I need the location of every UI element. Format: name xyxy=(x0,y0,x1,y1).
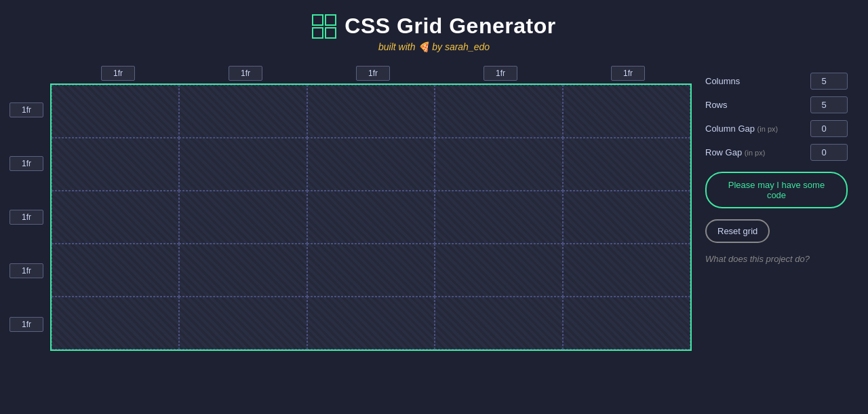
grid-cell[interactable] xyxy=(179,297,307,350)
grid-cell[interactable] xyxy=(563,297,690,350)
subtitle-text: built with xyxy=(378,41,415,52)
col-label-1 xyxy=(182,66,309,81)
row-label-1 xyxy=(7,137,46,191)
svg-rect-0 xyxy=(313,15,323,25)
controls-panel: Columns Rows Column Gap (in px) Row Gap … xyxy=(692,66,854,351)
col-label-2 xyxy=(309,66,437,81)
grid-cell[interactable] xyxy=(435,138,562,191)
svg-rect-2 xyxy=(313,28,323,38)
column-gap-row: Column Gap (in px) xyxy=(705,120,848,137)
row-fr-input-4[interactable] xyxy=(9,317,43,332)
grid-cell[interactable] xyxy=(179,138,307,191)
grid-cell[interactable] xyxy=(563,244,690,297)
grid-cell[interactable] xyxy=(435,297,562,350)
grid-cell[interactable] xyxy=(307,191,435,244)
grid-cell[interactable] xyxy=(52,85,179,138)
grid-cell[interactable] xyxy=(563,138,690,191)
col-label-3 xyxy=(437,66,564,81)
grid-cell[interactable] xyxy=(52,191,179,244)
grid-cell[interactable] xyxy=(435,191,562,244)
control-group: Columns Rows Column Gap (in px) Row Gap … xyxy=(705,73,848,161)
subtitle: built with 🍕 by sarah_edo xyxy=(0,41,868,52)
grid-cell[interactable] xyxy=(435,244,562,297)
row-label-4 xyxy=(7,297,46,351)
col-fr-input-4[interactable] xyxy=(611,66,645,81)
row-fr-input-3[interactable] xyxy=(9,263,43,278)
css-grid xyxy=(52,85,690,350)
row-label-2 xyxy=(7,191,46,244)
grid-cell[interactable] xyxy=(179,244,307,297)
grid-wrapper xyxy=(7,66,692,351)
column-gap-input[interactable] xyxy=(810,120,848,137)
columns-input[interactable] xyxy=(810,73,848,90)
grid-cell[interactable] xyxy=(52,244,179,297)
grid-cell[interactable] xyxy=(307,85,435,138)
grid-cell[interactable] xyxy=(435,85,562,138)
app-title: CSS Grid Generator xyxy=(344,14,555,39)
grid-cell[interactable] xyxy=(563,85,690,138)
grid-container xyxy=(50,83,692,351)
grid-cell[interactable] xyxy=(179,85,307,138)
grid-cell[interactable] xyxy=(52,297,179,350)
grid-cell[interactable] xyxy=(563,191,690,244)
row-label-3 xyxy=(7,244,46,297)
what-does-link[interactable]: What does this project do? xyxy=(705,254,848,264)
col-fr-input-1[interactable] xyxy=(229,66,262,81)
grid-with-row-labels xyxy=(7,83,692,351)
col-fr-input-0[interactable] xyxy=(101,66,135,81)
grid-cell[interactable] xyxy=(307,138,435,191)
row-gap-input[interactable] xyxy=(810,144,848,161)
col-label-0 xyxy=(54,66,182,81)
row-gap-label: Row Gap (in px) xyxy=(705,147,765,157)
col-labels-row xyxy=(54,66,692,81)
svg-rect-1 xyxy=(326,15,336,25)
grid-cell[interactable] xyxy=(179,191,307,244)
row-fr-input-1[interactable] xyxy=(9,156,43,171)
row-fr-input-0[interactable] xyxy=(9,102,43,117)
column-gap-label: Column Gap (in px) xyxy=(705,124,778,134)
rows-row: Rows xyxy=(705,96,848,113)
rows-input[interactable] xyxy=(810,96,848,113)
col-fr-input-3[interactable] xyxy=(484,66,517,81)
grid-cell[interactable] xyxy=(307,297,435,350)
row-gap-row: Row Gap (in px) xyxy=(705,144,848,161)
grid-cell[interactable] xyxy=(307,244,435,297)
columns-row: Columns xyxy=(705,73,848,90)
main-area: Columns Rows Column Gap (in px) Row Gap … xyxy=(0,59,868,358)
subtitle-author: by sarah_edo xyxy=(432,41,490,52)
row-label-0 xyxy=(7,83,46,137)
rows-label: Rows xyxy=(705,100,728,110)
columns-label: Columns xyxy=(705,76,740,86)
grid-logo-icon xyxy=(312,14,336,39)
subtitle-emoji: 🍕 xyxy=(418,41,432,52)
get-code-button[interactable]: Please may I have some code xyxy=(705,172,848,208)
reset-grid-button[interactable]: Reset grid xyxy=(705,219,770,243)
app-header: CSS Grid Generator built with 🍕 by sarah… xyxy=(0,0,868,59)
svg-rect-3 xyxy=(326,28,336,38)
row-fr-input-2[interactable] xyxy=(9,210,43,225)
row-labels-col xyxy=(7,83,46,351)
col-label-4 xyxy=(564,66,692,81)
col-fr-input-2[interactable] xyxy=(356,66,390,81)
grid-cell[interactable] xyxy=(52,138,179,191)
